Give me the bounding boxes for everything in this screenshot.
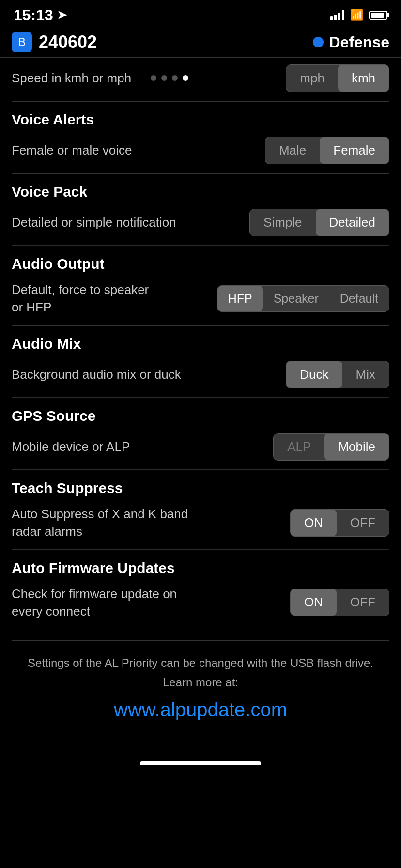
audio-output-title: Audio Output — [12, 256, 105, 272]
auto-firmware-on-btn[interactable]: ON — [291, 589, 337, 616]
voice-gender-control[interactable]: Male Female — [265, 137, 389, 164]
audio-mix-control[interactable]: Duck Mix — [286, 361, 389, 388]
gps-source-row: Mobile device or ALP ALP Mobile — [12, 426, 389, 470]
voice-detailed-btn[interactable]: Detailed — [316, 209, 389, 236]
footer-info: Settings of the AL Priority can be chang… — [0, 641, 401, 676]
footer-url[interactable]: www.alpupdate.com — [0, 693, 401, 740]
device-id: 240602 — [39, 32, 97, 52]
teach-suppress-control[interactable]: ON OFF — [290, 509, 389, 537]
voice-alerts-row: Female or male voice Male Female — [12, 130, 389, 173]
footer-learn: Learn more at: — [0, 676, 401, 693]
voice-alerts-title: Voice Alerts — [12, 111, 94, 127]
page-dot-3 — [172, 75, 178, 81]
home-indicator — [140, 761, 261, 765]
voice-female-btn[interactable]: Female — [320, 137, 389, 164]
voice-pack-section: Voice Pack — [12, 173, 389, 202]
teach-suppress-row: Auto Suppress of X and K bandradar alarm… — [12, 498, 389, 550]
signal-bars-icon — [330, 10, 344, 20]
speed-row: Speed in kmh or mph mph kmh — [12, 58, 389, 101]
voice-gender-label: Female or male voice — [12, 141, 265, 159]
header-right: Defense — [313, 33, 390, 51]
location-icon: ➤ — [57, 8, 67, 22]
audio-default-btn[interactable]: Default — [329, 286, 389, 311]
voice-pack-title: Voice Pack — [12, 184, 87, 200]
battery-icon — [369, 11, 387, 20]
voice-simple-btn[interactable]: Simple — [250, 209, 315, 236]
auto-firmware-control[interactable]: ON OFF — [290, 589, 389, 616]
speed-control[interactable]: mph kmh — [286, 64, 389, 92]
audio-mix-btn[interactable]: Mix — [342, 361, 389, 388]
audio-output-section: Audio Output — [12, 246, 389, 274]
auto-firmware-section: Auto Firmware Updates — [12, 550, 389, 578]
voice-pack-control[interactable]: Simple Detailed — [249, 209, 389, 236]
status-time: 15:13 ➤ — [14, 6, 67, 24]
settings-container: Speed in kmh or mph mph kmh Voice Alerts… — [0, 58, 401, 629]
connection-status-dot — [313, 37, 324, 47]
auto-firmware-label: Check for firmware update onevery connec… — [12, 585, 290, 620]
page-dot-4 — [183, 75, 188, 81]
voice-alerts-section: Voice Alerts — [12, 101, 389, 130]
audio-duck-btn[interactable]: Duck — [286, 361, 342, 388]
gps-source-label: Mobile device or ALP — [12, 438, 273, 455]
status-icons: 📶 — [330, 9, 387, 21]
audio-hfp-btn[interactable]: HFP — [217, 286, 263, 311]
audio-output-control[interactable]: HFP Speaker Default — [217, 285, 389, 312]
auto-firmware-row: Check for firmware update onevery connec… — [12, 578, 389, 629]
page-dot-1 — [151, 75, 156, 81]
teach-suppress-off-btn[interactable]: OFF — [337, 510, 389, 536]
page-dots — [151, 75, 188, 81]
audio-mix-label: Background audio mix or duck — [12, 366, 286, 383]
header-left: B 240602 — [12, 32, 97, 52]
profile-label: Defense — [329, 33, 390, 51]
audio-speaker-btn[interactable]: Speaker — [263, 286, 329, 311]
audio-mix-title: Audio Mix — [12, 336, 81, 352]
bluetooth-icon: B — [12, 32, 32, 52]
speed-kmh-btn[interactable]: kmh — [338, 65, 389, 92]
gps-alp-btn[interactable]: ALP — [274, 434, 324, 460]
audio-mix-row: Background audio mix or duck Duck Mix — [12, 354, 389, 398]
wifi-icon: 📶 — [350, 9, 363, 21]
audio-output-row: Default, force to speakeror HFP HFP Spea… — [12, 274, 389, 326]
gps-source-control[interactable]: ALP Mobile — [273, 433, 389, 461]
speed-label: Speed in kmh or mph — [12, 69, 141, 87]
auto-firmware-off-btn[interactable]: OFF — [337, 589, 389, 616]
voice-pack-label: Detailed or simple notification — [12, 214, 249, 231]
header: B 240602 Defense — [0, 27, 401, 58]
audio-mix-section: Audio Mix — [12, 326, 389, 354]
auto-firmware-title: Auto Firmware Updates — [12, 560, 175, 576]
status-bar: 15:13 ➤ 📶 — [0, 0, 401, 27]
teach-suppress-label: Auto Suppress of X and K bandradar alarm… — [12, 505, 290, 541]
teach-suppress-section: Teach Suppress — [12, 470, 389, 498]
teach-suppress-title: Teach Suppress — [12, 480, 123, 496]
gps-mobile-btn[interactable]: Mobile — [324, 434, 389, 460]
audio-output-label: Default, force to speakeror HFP — [12, 281, 217, 316]
page-dot-2 — [161, 75, 167, 81]
footer-url-link[interactable]: www.alpupdate.com — [114, 699, 287, 720]
voice-male-btn[interactable]: Male — [265, 137, 320, 164]
gps-source-title: GPS Source — [12, 408, 95, 424]
gps-source-section: GPS Source — [12, 398, 389, 426]
voice-pack-row: Detailed or simple notification Simple D… — [12, 202, 389, 246]
speed-mph-btn[interactable]: mph — [286, 65, 338, 92]
teach-suppress-on-btn[interactable]: ON — [291, 510, 337, 536]
